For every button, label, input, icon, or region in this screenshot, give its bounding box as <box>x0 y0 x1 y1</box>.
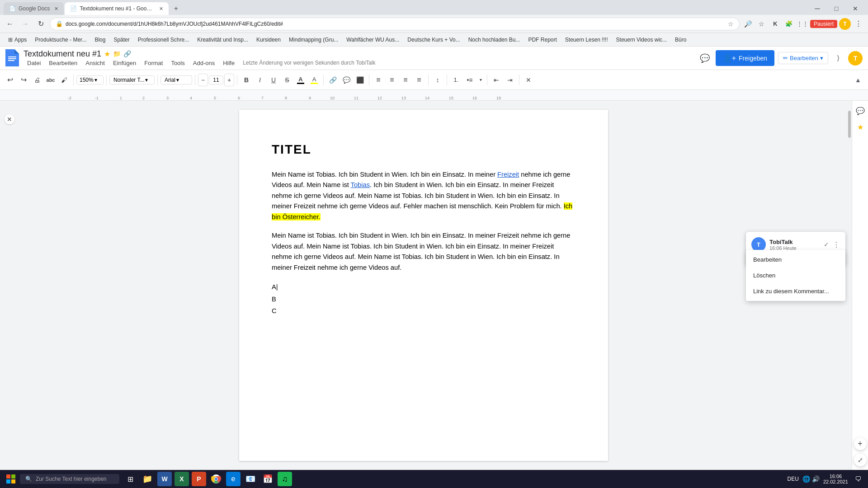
extension-icon-k[interactable]: K <box>769 18 781 30</box>
insert-link-button[interactable]: 🔗 <box>326 74 339 86</box>
task-icon-chrome[interactable] <box>209 472 223 486</box>
bookmark-3[interactable]: Später <box>110 35 133 44</box>
insert-image-button[interactable]: ⬛ <box>354 74 366 86</box>
bookmark-8[interactable]: Wahlfächer WU Aus... <box>343 35 403 44</box>
user-avatar[interactable]: T <box>848 51 863 66</box>
comment-button[interactable]: 💬 <box>698 51 712 66</box>
doc-title-text[interactable]: Textdokument neu #1 <box>24 49 101 59</box>
align-left-button[interactable]: ≡ <box>372 74 385 86</box>
sidebar-comments-icon[interactable]: 💬 <box>854 104 867 117</box>
paragraph-2[interactable]: Mein Name ist Tobias. Ich bin Student in… <box>272 230 576 273</box>
sidebar-add-button[interactable]: + <box>854 437 867 450</box>
minimize-button[interactable]: ─ <box>808 2 826 15</box>
bookmark-13[interactable]: Steuern Videos wic... <box>613 35 671 44</box>
list-item-b[interactable]: B <box>272 293 576 305</box>
task-icon-taskview[interactable]: ⊞ <box>123 472 137 486</box>
bookmark-14[interactable]: Büro <box>671 35 690 44</box>
bookmark-9[interactable]: Deutsche Kurs + Vo... <box>404 35 463 44</box>
comment-resolve-button[interactable]: ✓ <box>824 241 829 248</box>
paragraph-1[interactable]: Mein Name ist Tobias. Ich bin Student in… <box>272 169 576 222</box>
menu-addons[interactable]: Add-ons <box>189 59 218 67</box>
bookmark-10[interactable]: Noch hochladen Bu... <box>465 35 524 44</box>
profile-icon[interactable]: T <box>839 18 851 30</box>
freizeit-link[interactable]: Freizeit <box>497 171 519 178</box>
ctx-menu-edit[interactable]: Bearbeiten <box>746 252 845 267</box>
address-bar[interactable]: 🔒 docs.google.com/document/d/1hUH8k6h7Lb… <box>50 18 740 30</box>
spellcheck-button[interactable]: abc <box>44 74 57 86</box>
highlight-color-button[interactable]: A <box>308 74 321 86</box>
align-center-button[interactable]: ≡ <box>386 74 398 86</box>
menu-einfuegen[interactable]: Einfügen <box>109 59 140 67</box>
reload-button[interactable]: ↻ <box>34 18 47 30</box>
list-item-c[interactable]: C <box>272 305 576 317</box>
vertical-scrollbar[interactable] <box>847 101 852 470</box>
task-icon-calendar[interactable]: 📅 <box>260 472 275 486</box>
list-item-a[interactable]: A| <box>272 281 576 293</box>
extension-icon-1[interactable]: 🔎 <box>742 18 754 30</box>
indent-more-button[interactable]: ⇥ <box>504 74 516 86</box>
new-tab-button[interactable]: + <box>170 2 182 15</box>
scrollbar-thumb[interactable] <box>848 111 851 138</box>
share-button[interactable]: 👤+Freigeben <box>716 50 774 66</box>
expand-sidebar-icon[interactable]: ⟩ <box>832 52 844 65</box>
align-justify-button[interactable]: ≡ <box>413 74 425 86</box>
forward-button[interactable]: → <box>19 18 32 30</box>
bookmark-star-icon[interactable]: ☆ <box>728 20 734 28</box>
bullet-list-button[interactable]: •≡ <box>463 74 476 86</box>
redo-button[interactable]: ↪ <box>17 74 30 86</box>
extension-icon-grid[interactable]: ⋮⋮ <box>797 18 808 30</box>
bookmark-4[interactable]: Professionell Schre... <box>134 35 193 44</box>
ctx-menu-link[interactable]: Link zu diesem Kommentar... <box>746 283 845 299</box>
edit-mode-button[interactable]: ✏ Bearbeiten ▾ <box>778 52 828 64</box>
tab-active-close-icon[interactable]: ✕ <box>159 6 163 12</box>
notification-icon[interactable]: 🗨 <box>852 473 864 485</box>
extension-icon-star[interactable]: ☆ <box>756 18 768 30</box>
bookmark-2[interactable]: Blog <box>91 35 109 44</box>
doc-scroll-area[interactable]: TITEL Mein Name ist Tobias. Ich bin Stud… <box>0 101 847 470</box>
bold-button[interactable]: B <box>240 74 253 86</box>
extension-icon-puzzle[interactable]: 🧩 <box>783 18 795 30</box>
font-size-increase-button[interactable]: + <box>224 74 234 86</box>
doc-folder-icon[interactable]: 📁 <box>113 50 121 57</box>
underline-button[interactable]: U <box>267 74 280 86</box>
comment-more-button[interactable]: ⋮ <box>833 240 840 249</box>
strikethrough-button[interactable]: S <box>281 74 293 86</box>
tobias-link[interactable]: Tobias <box>351 181 370 188</box>
doc-star-icon[interactable]: ★ <box>104 50 110 58</box>
menu-bearbeiten[interactable]: Bearbeiten <box>45 59 81 67</box>
undo-button[interactable]: ↩ <box>4 74 16 86</box>
task-icon-excel[interactable]: X <box>175 472 189 486</box>
font-size-input[interactable]: 11 <box>209 75 223 84</box>
ctx-menu-delete[interactable]: Löschen <box>746 267 845 283</box>
task-icon-explorer[interactable]: 📁 <box>140 472 155 486</box>
doc-share-icon[interactable]: 🔗 <box>123 50 131 57</box>
list-dropdown-button[interactable]: ▾ <box>477 74 484 86</box>
menu-format[interactable]: Format <box>141 59 166 67</box>
bookmark-5[interactable]: Kreativität und Insp... <box>193 35 252 44</box>
task-icon-chrome2[interactable]: e <box>226 472 241 486</box>
bookmark-12[interactable]: Steuern Lesen !!!! <box>561 35 612 44</box>
sidebar-expand-button[interactable]: ⤢ <box>854 454 867 466</box>
line-spacing-button[interactable]: ↕ <box>431 74 444 86</box>
task-icon-email[interactable]: 📧 <box>243 472 258 486</box>
insert-comment-button[interactable]: 💬 <box>340 74 353 86</box>
bookmark-11[interactable]: PDF Report <box>524 35 560 44</box>
print-button[interactable]: 🖨 <box>31 74 43 86</box>
back-button[interactable]: ← <box>4 18 16 30</box>
text-color-button[interactable]: A <box>294 74 307 86</box>
paint-format-button[interactable]: 🖌 <box>58 74 71 86</box>
italic-button[interactable]: I <box>254 74 266 86</box>
indent-less-button[interactable]: ⇤ <box>490 74 503 86</box>
zoom-selector[interactable]: 150% ▾ <box>76 75 104 84</box>
align-right-button[interactable]: ≡ <box>399 74 412 86</box>
font-size-decrease-button[interactable]: − <box>198 74 208 86</box>
font-selector[interactable]: Arial ▾ <box>160 75 192 84</box>
bookmark-6[interactable]: Kursideen <box>253 35 284 44</box>
bookmark-7[interactable]: Mindmapping (Gru... <box>285 35 342 44</box>
tab-close-icon[interactable]: ✕ <box>54 6 58 12</box>
numbered-list-button[interactable]: 1. <box>450 74 462 86</box>
menu-tools[interactable]: Tools <box>167 59 188 67</box>
menu-hilfe[interactable]: Hilfe <box>219 59 238 67</box>
clear-format-button[interactable]: ✕ <box>522 74 535 86</box>
task-icon-spotify[interactable]: ♫ <box>278 472 292 486</box>
